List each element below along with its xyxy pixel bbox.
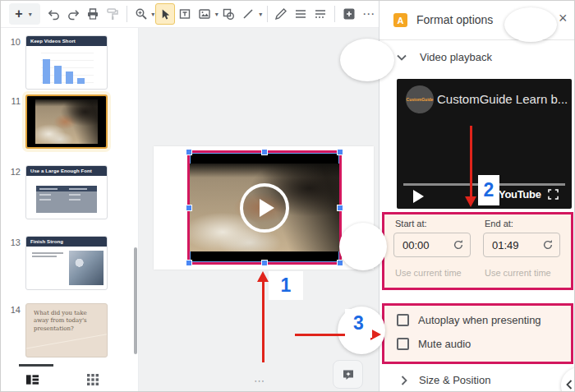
mute-audio-label: Mute audio	[418, 338, 471, 350]
paint-format-button[interactable]	[103, 3, 122, 25]
chart-bar	[77, 78, 85, 84]
slide-number: 13	[4, 238, 21, 247]
chevron-down-icon[interactable]	[397, 54, 407, 61]
new-slide-button[interactable]: + ▾	[9, 3, 40, 25]
zoom-button[interactable]	[131, 3, 151, 25]
image-icon	[198, 7, 211, 21]
resize-handle-ne[interactable]	[337, 149, 343, 155]
redo-button[interactable]	[63, 3, 83, 25]
close-icon[interactable]: ×	[559, 10, 568, 28]
add-comment-button[interactable]	[333, 360, 363, 389]
fullscreen-icon[interactable]	[548, 189, 559, 200]
slide-number: 10	[4, 37, 21, 47]
arrowhead-up-icon	[257, 271, 269, 282]
insert-placeholder-button[interactable]	[339, 3, 359, 25]
chevron-down-icon: ▾	[26, 11, 34, 18]
slide-title: Finish Strong	[30, 239, 63, 244]
list-style-button[interactable]	[310, 3, 330, 25]
slide-number: 11	[4, 96, 21, 106]
channel-logo-text: CustomGuide	[407, 97, 434, 102]
video-title: CustomGuide Learn b...	[437, 92, 568, 106]
step-label-2: 2	[478, 175, 499, 205]
speaker-notes-handle[interactable]: ⋯	[254, 375, 265, 387]
grid-view-button[interactable]	[87, 374, 99, 385]
toolbar-divider	[334, 6, 335, 22]
slide-thumbnail-10[interactable]: Keep Videos Short	[25, 35, 108, 90]
filmstrip-vertical-scrollbar[interactable]	[134, 247, 137, 354]
resize-handle-w[interactable]	[186, 205, 192, 211]
text-line	[32, 252, 63, 254]
text-box-icon	[178, 7, 191, 21]
youtube-wordmark: YouTube	[499, 188, 541, 201]
play-icon[interactable]	[413, 190, 424, 203]
ellipsis-icon: ⋯	[362, 7, 375, 21]
use-current-time-icon[interactable]	[542, 239, 554, 251]
slide-thumbnail-11-selected[interactable]	[25, 95, 108, 149]
undo-button[interactable]	[44, 3, 63, 25]
shape-icon	[222, 7, 235, 21]
redo-icon	[67, 7, 80, 21]
filmstrip-view-button[interactable]	[25, 374, 39, 385]
callout-oval	[504, 7, 557, 42]
table-thumbnail	[36, 186, 97, 210]
slide-number: 12	[4, 167, 21, 177]
end-at-label: End at:	[485, 219, 513, 228]
start-at-label: Start at:	[395, 219, 427, 228]
play-icon	[260, 199, 274, 217]
callout-circle	[339, 223, 387, 270]
insert-line-button[interactable]	[238, 3, 258, 25]
format-options-icon: A	[393, 13, 407, 27]
insert-image-button[interactable]	[195, 3, 214, 25]
select-tool-button[interactable]	[155, 3, 175, 25]
section-video-playback[interactable]: Video playback	[420, 51, 492, 63]
filmstrip-view-icon	[25, 374, 39, 385]
zoom-icon	[135, 7, 148, 21]
highlight-box-checkboxes	[382, 303, 573, 364]
resize-handle-se[interactable]	[337, 260, 343, 266]
slide-thumbnail-14[interactable]: What did you take away from today's pres…	[25, 303, 108, 357]
section-size-position[interactable]: Size & Position	[419, 374, 490, 386]
slide-title-bar: Finish Strong	[26, 237, 107, 247]
toolbar-divider	[126, 6, 127, 22]
slide-title: Use a Large Enough Font	[30, 168, 92, 173]
chart-bar	[66, 71, 73, 84]
end-helper-text[interactable]: Use current time	[485, 268, 551, 278]
photo-thumbnail	[69, 251, 104, 285]
mute-audio-checkbox[interactable]	[397, 338, 409, 350]
print-button[interactable]	[83, 3, 103, 25]
grid-view-icon	[87, 374, 99, 385]
plus-square-icon	[343, 7, 356, 21]
autoplay-checkbox[interactable]	[397, 314, 409, 326]
resize-handle-s[interactable]	[261, 260, 268, 266]
arrow-step-1	[262, 282, 264, 362]
callout-oval	[340, 39, 394, 81]
resize-handle-e[interactable]	[337, 205, 343, 211]
start-helper-text[interactable]: Use current time	[395, 268, 462, 278]
pen-tool-button[interactable]	[271, 3, 291, 25]
decorative-line	[25, 332, 108, 350]
google-slides-app: + ▾ ▾ ▾	[0, 0, 575, 392]
slide-thumbnail-13[interactable]: Finish Strong	[25, 236, 108, 290]
slide-thumbnail-12[interactable]: Use a Large Enough Font	[25, 165, 108, 219]
text-box-button[interactable]	[175, 3, 195, 25]
chevron-right-icon[interactable]	[401, 376, 407, 385]
slide-title-bar: Keep Videos Short	[26, 36, 107, 46]
resize-handle-n[interactable]	[261, 149, 268, 155]
resize-handle-sw[interactable]	[186, 260, 192, 266]
panel-title: Format options	[416, 13, 493, 26]
line-icon	[242, 7, 255, 21]
insert-shape-button[interactable]	[218, 3, 238, 25]
chevron-down-icon[interactable]: ▾	[258, 11, 262, 18]
use-current-time-icon[interactable]	[453, 239, 464, 251]
line-spacing-button[interactable]	[291, 3, 310, 25]
step-label-1: 1	[269, 271, 303, 300]
play-button-overlay[interactable]	[240, 183, 289, 233]
text-line	[32, 256, 57, 257]
arrow-step-2	[470, 126, 472, 196]
view-switcher-bar	[1, 367, 138, 392]
print-icon	[86, 7, 99, 21]
selected-video-element[interactable]	[187, 150, 342, 265]
more-options-button[interactable]: ⋯	[359, 3, 379, 25]
resize-handle-nw[interactable]	[186, 149, 192, 155]
video-still-thumbnail	[35, 99, 98, 144]
